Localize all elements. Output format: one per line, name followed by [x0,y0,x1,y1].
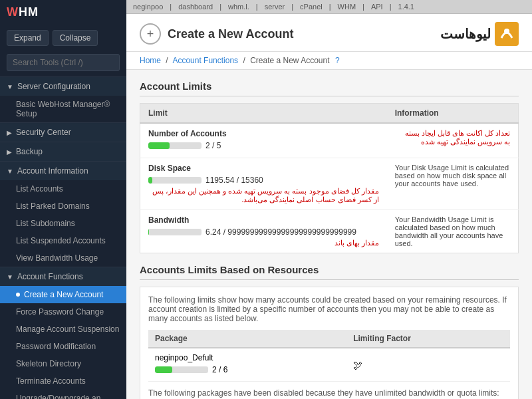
chevron-down-icon-account-info: ▼ [7,168,13,175]
search-input[interactable] [7,54,120,71]
progress-bar-package [155,366,208,373]
chevron-right-icon: ▶ [7,129,12,136]
sidebar-item-label-list-parked-domains: List Parked Domains [16,201,90,211]
sidebar-section-header-account-functions[interactable]: ▼ Account Functions [0,267,126,286]
progress-bar-fill-bandwidth [148,229,149,235]
sidebar-section-label-server-config: Server Configuration [17,82,90,91]
info-rtl-disk: مقدار کل فضای موجود بسته به سرویس تهیه ش… [148,187,379,204]
sidebar-section-header-security-center[interactable]: ▶ Security Center [0,123,126,142]
sidebar-buttons: Expand Collapse [0,25,126,51]
topbar-item: server [265,3,285,11]
package-name: neginpoo_Defult [155,353,340,362]
breadcrumb-home[interactable]: Home [140,56,161,65]
info-ltr-bandwidth: Your Bandwidth Usage Limit is calculated… [395,215,510,247]
section-security-center: ▶ Security Center [0,122,126,142]
progress-wrap-package: 2 / 6 [155,365,340,374]
info-rtl-bandwidth: مقدار بهای باند [148,239,379,247]
sidebar-item-label-create-new-account: Create a New Account [24,290,103,299]
topbar-item: whm.l. [228,3,249,11]
info-cell-bandwidth: Your Bandwidth Usage Limit is calculated… [387,210,519,253]
sidebar-item-force-password-change[interactable]: Force Password Change [0,303,126,321]
limit-cell-bandwidth: Bandwidth 6.24 / 99999999999999999999999… [140,210,387,253]
sidebar-item-view-bandwidth-usage[interactable]: View Bandwidth Usage [0,249,126,267]
sidebar-item-terminate-accounts[interactable]: Terminate Accounts [0,372,126,390]
breadcrumb-current: Create a New Account [250,56,329,65]
logo-text: لیوهاست [440,26,491,42]
topbar-item: API [371,3,383,11]
resources-section: The following limits show how many accou… [140,287,519,399]
expand-button[interactable]: Expand [7,30,49,46]
sidebar-item-create-new-account[interactable]: Create a New Account [0,286,126,303]
sidebar-item-label-list-suspended-accounts: List Suspended Accounts [16,236,106,245]
section-backup: ▶ Backup [0,142,126,161]
progress-bar-fill-package [155,366,172,373]
topbar-sep: | [219,3,221,11]
sidebar-item-upgrade-downgrade[interactable]: Upgrade/Downgrade an Account [0,390,126,399]
sidebar-item-manage-account-suspension[interactable]: Manage Account Suspension [0,321,126,338]
sidebar-item-label-upgrade-downgrade: Upgrade/Downgrade an Account [16,394,120,399]
topbar-item: dashboard [178,3,213,11]
disabled-packages-section: The following packages have been disable… [148,388,510,399]
col-header-limiting-factor: Limiting Factor [346,330,510,348]
content-area: Account Limits Limit Information Number … [126,70,532,399]
progress-bar-accounts [148,142,201,149]
chevron-down-icon: ▼ [7,83,13,90]
page-title: Create a New Account [168,27,293,41]
sidebar-section-label-security-center: Security Center [16,128,71,137]
resources-section-title: Accounts Limits Based on Resources [140,264,519,280]
sidebar-item-label-force-password-change: Force Password Change [16,307,104,317]
info-cell-accounts: تعداد کل اکانت های قابل ایجاد بستهبه سرو… [387,123,519,158]
breadcrumb-account-functions[interactable]: Account Functions [172,56,238,65]
create-account-icon: + [140,23,161,45]
help-icon[interactable]: ? [335,56,340,65]
package-value: 2 / 6 [212,365,227,374]
check-icon: 🕊 [353,360,362,370]
sidebar-section-label-account-functions: Account Functions [17,272,83,281]
sidebar-item-skeleton-directory[interactable]: Skeleton Directory [0,355,126,372]
limit-cell-accounts: Number of Accounts 2 / 5 [140,123,387,158]
sidebar-item-list-accounts[interactable]: List Accounts [0,180,126,198]
disabled-packages-title: The following packages have been disable… [148,388,499,398]
limiting-factor-cell: 🕊 [346,348,510,382]
progress-wrap-bandwidth: 6.24 / 99999999999999999999999999999 [148,227,379,237]
topbar-item: cPanel [300,3,323,11]
table-row: Number of Accounts 2 / 5 تعداد کل اکانت … [140,123,519,158]
resources-table: Package Limiting Factor neginpoo_Defult [148,330,510,382]
whm-logo: WHM [7,5,39,19]
logo-area: لیوهاست [440,22,519,46]
sidebar-item-label-list-subdomains: List Subdomains [16,219,75,228]
sidebar-section-header-server-config[interactable]: ▼ Server Configuration [0,77,126,96]
topbar: neginpoo | dashboard | whm.l. | server |… [126,0,532,14]
progress-wrap-accounts: 2 / 5 [148,141,379,150]
collapse-button[interactable]: Collapse [53,30,98,46]
bandwidth-value: 6.24 / 99999999999999999999999999999 [205,227,356,237]
sidebar-item-label-list-accounts: List Accounts [16,184,63,194]
sidebar-item-basic-webhost[interactable]: Basic WebHost Manager® Setup [0,96,126,122]
sidebar-section-label-account-information: Account Information [17,166,88,176]
sidebar-section-header-backup[interactable]: ▶ Backup [0,142,126,161]
breadcrumb-sep1: / [166,56,168,65]
sidebar-section-header-account-information[interactable]: ▼ Account Information [0,162,126,180]
active-dot-icon [16,293,20,297]
col-header-information: Information [387,104,519,124]
sidebar-item-list-subdomains[interactable]: List Subdomains [0,215,126,232]
info-ltr-disk: Your Disk Usage Limit is calculated base… [395,164,510,188]
breadcrumb-sep2: / [243,56,245,65]
topbar-sep: | [256,3,258,11]
topbar-item: neginpoo [133,3,163,11]
sidebar-item-list-suspended-accounts[interactable]: List Suspended Accounts [0,232,126,249]
topbar-sep: | [329,3,331,11]
chevron-right-icon-backup: ▶ [7,148,12,156]
sidebar-item-list-parked-domains[interactable]: List Parked Domains [0,198,126,215]
topbar-item: 1.4.1 [398,3,414,11]
limit-cell-disk: Disk Space 1195.54 / 15360 مقدار کل فضای… [140,158,387,210]
info-cell-disk: Your Disk Usage Limit is calculated base… [387,158,519,210]
limit-label-disk: Disk Space [148,164,379,173]
chevron-down-icon-account-functions: ▼ [7,273,13,281]
topbar-sep: | [362,3,364,11]
sidebar-item-label-view-bandwidth-usage: View Bandwidth Usage [16,253,98,263]
sidebar-item-label-manage-account-suspension: Manage Account Suspension [16,325,119,334]
resources-intro: The following limits show how many accou… [148,295,510,323]
sidebar-item-password-modification[interactable]: Password Modification [0,338,126,355]
sidebar-item-label-password-modification: Password Modification [16,342,96,351]
